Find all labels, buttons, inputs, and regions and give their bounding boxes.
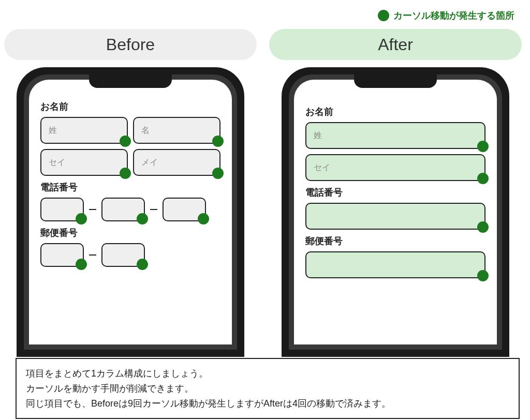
- phone-notch: [89, 74, 172, 88]
- label-name: お名前: [305, 106, 485, 118]
- cursor-dot-icon: [477, 221, 489, 233]
- cursor-dot-icon: [120, 168, 131, 179]
- caption-box: 項目をまとめて1カラム構成にしましょう。 カーソルを動かす手間が削減できます。 …: [16, 358, 520, 419]
- separator: [89, 254, 96, 256]
- placeholder: セイ: [314, 162, 330, 173]
- cursor-dot-icon: [477, 173, 489, 184]
- separator: [150, 209, 157, 210]
- phone-after: お名前 姓 セイ 電話番号 郵便番号: [282, 67, 509, 357]
- input-postal-1[interactable]: [40, 243, 84, 267]
- legend-text: カーソル移動が発生する箇所: [393, 9, 514, 22]
- input-name-kana[interactable]: セイ: [305, 154, 485, 181]
- label-postal: 郵便番号: [305, 235, 485, 247]
- input-sei-kana[interactable]: セイ: [40, 149, 128, 176]
- screen-after: お名前 姓 セイ 電話番号 郵便番号: [294, 80, 497, 344]
- placeholder: セイ: [49, 157, 65, 168]
- cursor-dot-icon: [378, 10, 389, 21]
- label-postal: 郵便番号: [40, 227, 220, 239]
- phone-before: お名前 姓 名 セイ メイ: [17, 67, 244, 357]
- cursor-dot-icon: [212, 168, 224, 179]
- phone-notch: [354, 74, 437, 88]
- input-phone-2[interactable]: [101, 198, 145, 221]
- label-phone: 電話番号: [40, 181, 220, 193]
- cursor-dot-icon: [137, 213, 148, 224]
- screen-before: お名前 姓 名 セイ メイ: [29, 80, 232, 344]
- legend: カーソル移動が発生する箇所: [378, 9, 514, 22]
- placeholder: 姓: [49, 125, 57, 136]
- input-phone[interactable]: [305, 203, 485, 230]
- label-phone: 電話番号: [305, 186, 485, 199]
- input-mei-kana[interactable]: メイ: [133, 149, 220, 176]
- cursor-dot-icon: [137, 259, 148, 270]
- input-name-kanji[interactable]: 姓: [305, 122, 485, 149]
- input-postal-2[interactable]: [101, 243, 145, 267]
- caption-line-2: カーソルを動かす手間が削減できます。: [26, 381, 509, 396]
- label-name: お名前: [40, 100, 220, 113]
- cursor-dot-icon: [198, 213, 209, 224]
- input-sei-kanji[interactable]: 姓: [40, 117, 128, 144]
- cursor-dot-icon: [212, 136, 224, 147]
- cursor-dot-icon: [477, 141, 489, 152]
- cursor-dot-icon: [477, 270, 489, 281]
- header-before: Before: [4, 29, 257, 60]
- input-postal[interactable]: [305, 251, 485, 278]
- placeholder: メイ: [141, 157, 158, 168]
- placeholder: 姓: [314, 130, 322, 141]
- caption-line-3: 同じ項目でも、Beforeは9回カーソル移動が発生しますがAfterは4回の移動…: [26, 396, 509, 411]
- placeholder: 名: [141, 125, 150, 136]
- cursor-dot-icon: [76, 213, 87, 224]
- header-after: After: [269, 29, 522, 60]
- separator: [89, 209, 96, 210]
- input-phone-1[interactable]: [40, 198, 84, 221]
- cursor-dot-icon: [76, 259, 87, 270]
- cursor-dot-icon: [120, 136, 131, 147]
- input-mei-kanji[interactable]: 名: [133, 117, 220, 144]
- caption-line-1: 項目をまとめて1カラム構成にしましょう。: [26, 366, 509, 381]
- input-phone-3[interactable]: [163, 198, 206, 221]
